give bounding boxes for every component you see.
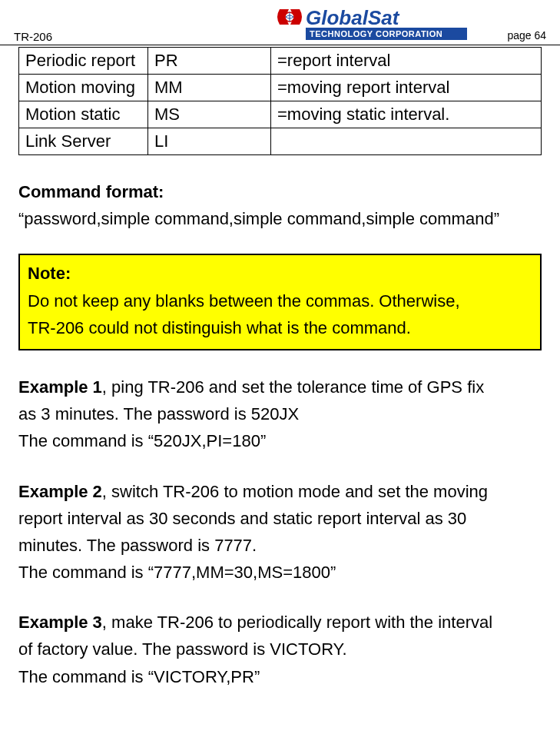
table-cell: Periodic report — [19, 48, 148, 75]
svg-text:GlobalSat: GlobalSat — [306, 6, 400, 29]
example-text: report interval as 30 seconds and static… — [18, 505, 542, 532]
example-text: of factory value. The password is VICTOR… — [18, 636, 542, 663]
example-text: , switch TR-206 to motion mode and set t… — [102, 482, 488, 501]
table-cell: MM — [148, 75, 271, 101]
example-text: , ping TR-206 and set the tolerance time… — [102, 377, 484, 397]
table-row: Link Server LI — [19, 128, 542, 155]
note-line: TR-206 could not distinguish what is the… — [28, 314, 532, 341]
note-heading: Note: — [28, 260, 532, 287]
example-text: , make TR-206 to periodically report wit… — [102, 613, 492, 632]
note-line: Do not keep any blanks between the comma… — [28, 287, 532, 314]
command-format-heading: Command format: — [18, 178, 542, 205]
note-box: Note: Do not keep any blanks between the… — [18, 254, 542, 350]
logo-area: GlobalSat TECHNOLOGY CORPORATION page 64 — [275, 6, 546, 43]
example-text: The command is “VICTORY,PR” — [18, 663, 542, 690]
table-row: Motion moving MM =moving report interval — [19, 75, 542, 101]
table-cell: =report interval — [271, 48, 542, 75]
table-cell: Link Server — [19, 128, 148, 155]
table-cell: =moving report interval — [271, 75, 542, 101]
example-2: Example 2, switch TR-206 to motion mode … — [18, 478, 542, 586]
command-format-text: “password,simple command,simple command,… — [18, 205, 542, 232]
example-text: The command is “7777,MM=30,MS=1800” — [18, 559, 542, 586]
table-cell: LI — [148, 128, 271, 155]
example-text: minutes. The password is 7777. — [18, 532, 542, 559]
example-label: Example 2 — [18, 482, 102, 501]
page-content: Periodic report PR =report interval Moti… — [0, 47, 560, 690]
command-table: Periodic report PR =report interval Moti… — [18, 47, 542, 155]
command-format-section: Command format: “password,simple command… — [18, 178, 542, 232]
table-cell: MS — [148, 101, 271, 128]
page-number: page 64 — [507, 29, 546, 42]
page-header: TR-206 GlobalSat TECHNOLOGY CORPORATION … — [0, 0, 560, 45]
table-cell: Motion moving — [19, 75, 148, 101]
example-text: The command is “520JX,PI=180” — [18, 427, 542, 454]
svg-text:TECHNOLOGY CORPORATION: TECHNOLOGY CORPORATION — [310, 29, 442, 38]
table-cell: PR — [148, 48, 271, 75]
example-1: Example 1, ping TR-206 and set the toler… — [18, 374, 542, 455]
example-label: Example 1 — [18, 377, 102, 397]
example-3: Example 3, make TR-206 to periodically r… — [18, 609, 542, 690]
table-row: Motion static MS =moving static interval… — [19, 101, 542, 128]
table-row: Periodic report PR =report interval — [19, 48, 542, 75]
globalsat-logo-icon: GlobalSat TECHNOLOGY CORPORATION — [275, 6, 498, 43]
table-cell: =moving static interval. — [271, 101, 542, 128]
table-cell: Motion static — [19, 101, 148, 128]
doc-code: TR-206 — [14, 30, 52, 43]
example-label: Example 3 — [18, 613, 102, 632]
example-text: as 3 minutes. The password is 520JX — [18, 400, 542, 427]
table-cell — [271, 128, 542, 155]
